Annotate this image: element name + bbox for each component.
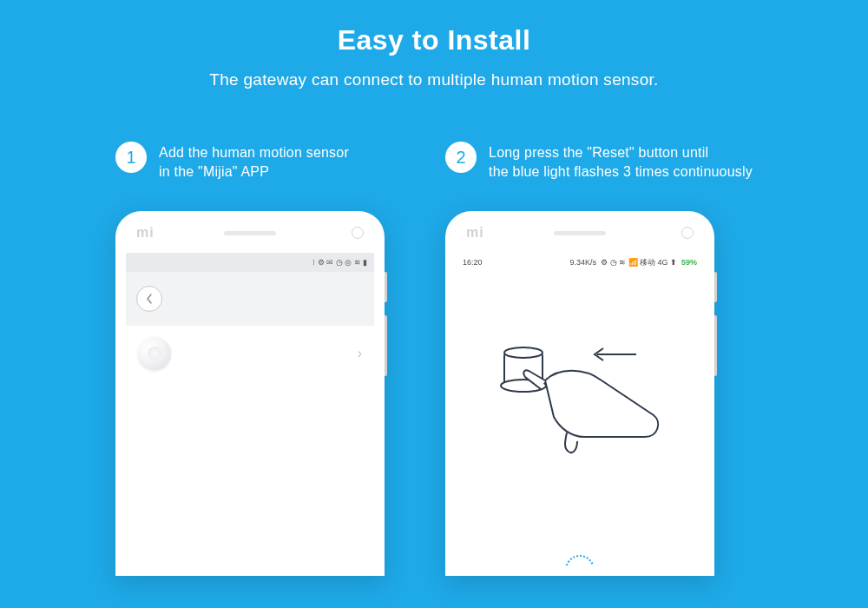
status-extra: ⚙ ◷ ≋ 📶 移动 4G ⬆ xyxy=(601,257,677,268)
chevron-left-icon xyxy=(145,293,154,305)
step-2-header: 2 Long press the "Reset" button untilthe… xyxy=(445,142,753,194)
phone-mockup-2: mi 16:20 9.34K/s ⚙ ◷ ≋ 📶 移动 4G ⬆ 59% xyxy=(445,211,714,576)
back-button[interactable] xyxy=(136,286,162,312)
phone-bezel-top: mi xyxy=(117,213,383,253)
status-speed: 9.34K/s xyxy=(569,258,596,267)
step-2-badge: 2 xyxy=(445,142,477,173)
step-1-header: 1 Add the human motion sensor in the "Mi… xyxy=(115,142,385,194)
page-subtitle: The gateway can connect to multiple huma… xyxy=(0,70,868,89)
reset-illustration: 28 xyxy=(456,298,704,489)
mi-logo-icon: mi xyxy=(136,225,155,241)
phone-side-button-icon xyxy=(714,272,717,302)
camera-icon xyxy=(681,227,694,239)
phone-side-button-icon xyxy=(385,272,387,302)
camera-icon xyxy=(352,227,364,239)
screen-1: ⁝ ⚙ ✉ ◷ ◎ ≋ ▮ › xyxy=(126,253,374,565)
chevron-right-icon: › xyxy=(358,346,362,361)
status-icons: ⁝ ⚙ ✉ ◷ ◎ ≋ ▮ xyxy=(312,258,367,267)
countdown-badge: 28 xyxy=(565,555,595,565)
battery-icon: 59% xyxy=(681,258,697,267)
status-bar: ⁝ ⚙ ✉ ◷ ◎ ≋ ▮ xyxy=(126,253,374,272)
header: Easy to Install The gateway can connect … xyxy=(0,0,868,89)
app-toolbar xyxy=(126,272,374,326)
step-1: 1 Add the human motion sensor in the "Mi… xyxy=(115,142,385,576)
status-time: 16:20 xyxy=(463,258,483,267)
step-1-badge: 1 xyxy=(115,142,147,173)
phone-bezel-top: mi xyxy=(447,213,713,253)
hand-press-illustration-icon xyxy=(480,320,680,467)
speaker-icon xyxy=(554,231,606,235)
step-1-text: Add the human motion sensor in the "Miji… xyxy=(159,142,349,181)
device-list-item[interactable]: › xyxy=(126,326,374,381)
phone-side-button-icon xyxy=(385,315,387,376)
status-bar: 16:20 9.34K/s ⚙ ◷ ≋ 📶 移动 4G ⬆ 59% xyxy=(456,253,704,272)
mi-logo-icon: mi xyxy=(466,225,484,241)
page-title: Easy to Install xyxy=(0,24,868,56)
speaker-icon xyxy=(224,231,276,235)
svg-point-1 xyxy=(504,347,542,358)
screen-2: 16:20 9.34K/s ⚙ ◷ ≋ 📶 移动 4G ⬆ 59% xyxy=(456,253,704,565)
step-2: 2 Long press the "Reset" button untilthe… xyxy=(445,142,753,576)
steps-row: 1 Add the human motion sensor in the "Mi… xyxy=(0,142,868,576)
motion-sensor-icon xyxy=(138,337,171,370)
phone-mockup-1: mi ⁝ ⚙ ✉ ◷ ◎ ≋ ▮ xyxy=(115,211,385,576)
step-2-text: Long press the "Reset" button untilthe b… xyxy=(489,142,753,181)
phone-side-button-icon xyxy=(714,315,717,376)
